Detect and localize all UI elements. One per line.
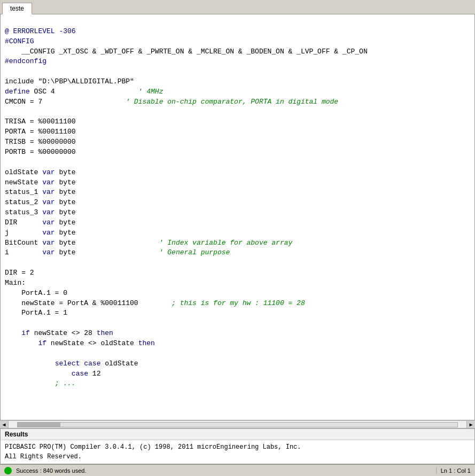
status-position: Ln 1 : Col 1 (436, 467, 475, 474)
tab-bar: teste (0, 0, 475, 14)
status-bar: Success : 840 words used. Ln 1 : Col 1 (0, 464, 475, 476)
code-content: @ ERRORLEVEL -306 #CONFIG __CONFIG _XT_O… (1, 14, 475, 401)
results-panel: Results PICBASIC PRO(TM) Compiler 3.0.4.… (0, 428, 475, 464)
success-icon (4, 467, 12, 474)
editor-area[interactable]: @ ERRORLEVEL -306 #CONFIG __CONFIG _XT_O… (0, 14, 475, 420)
scroll-thumb[interactable] (18, 423, 60, 427)
scroll-track[interactable] (17, 422, 458, 427)
scroll-left-button[interactable]: ◀ (0, 421, 9, 428)
status-success-text: Success : 840 words used. (16, 467, 86, 474)
results-header: Results (1, 429, 474, 440)
results-line-2: All Rights Reserved. (5, 452, 470, 462)
results-line-1: PICBASIC PRO(TM) Compiler 3.0.4.1, (c) 1… (5, 442, 470, 452)
horizontal-scrollbar[interactable]: ◀ ▶ (0, 420, 475, 428)
status-left: Success : 840 words used. (0, 467, 436, 474)
tab-teste[interactable]: teste (2, 3, 32, 14)
results-content: PICBASIC PRO(TM) Compiler 3.0.4.1, (c) 1… (1, 440, 474, 464)
scroll-right-button[interactable]: ▶ (466, 421, 475, 428)
